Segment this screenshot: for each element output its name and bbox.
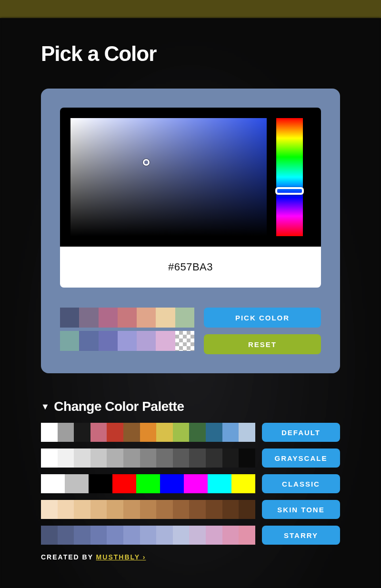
credit-footer: CREATED BY MUSTHBLY › [41, 553, 340, 561]
footer-prefix: CREATED BY [41, 553, 96, 561]
palette-color [156, 448, 173, 468]
picker-frame [60, 108, 321, 247]
palette-color [184, 474, 208, 493]
preset-swatch[interactable] [60, 308, 79, 328]
palette-color [123, 423, 140, 442]
palette-row: CLASSIC [41, 474, 340, 493]
palette-color [90, 423, 107, 442]
saturation-value-area[interactable] [70, 118, 267, 236]
palette-color [222, 526, 239, 545]
palette-color [136, 474, 160, 493]
palette-strip[interactable] [41, 526, 255, 545]
palette-color [123, 448, 140, 468]
preset-swatch[interactable] [156, 308, 175, 328]
palette-color [74, 448, 90, 468]
palette-color [222, 423, 239, 442]
palette-color [123, 500, 140, 519]
palette-select-button[interactable]: GRAYSCALE [262, 448, 340, 468]
window-titlebar [0, 0, 381, 18]
palette-color [89, 474, 112, 493]
pick-color-button[interactable]: PICK COLOR [204, 308, 321, 328]
palette-row: DEFAULT [41, 423, 340, 442]
palette-list: DEFAULTGRAYSCALECLASSICSKIN TONESTARRY [41, 423, 340, 545]
palette-color [90, 500, 107, 519]
transparent-swatch[interactable] [175, 331, 194, 351]
hue-slider[interactable] [276, 118, 303, 236]
palette-color [239, 448, 255, 468]
preset-swatch[interactable] [156, 331, 175, 351]
palette-color [90, 526, 107, 545]
reset-button[interactable]: RESET [204, 334, 321, 354]
palette-color [206, 526, 222, 545]
palette-select-button[interactable]: SKIN TONE [262, 500, 340, 519]
palette-color [58, 500, 74, 519]
palette-color [41, 474, 65, 493]
palette-color [156, 500, 173, 519]
palette-color [74, 500, 90, 519]
preset-swatch[interactable] [137, 308, 156, 328]
palette-color [222, 500, 239, 519]
palette-select-button[interactable]: CLASSIC [262, 474, 340, 493]
palette-color [90, 448, 107, 468]
palette-color [239, 526, 255, 545]
palette-strip[interactable] [41, 474, 255, 493]
palette-color [189, 423, 206, 442]
preset-swatches [60, 308, 194, 354]
palette-color [41, 526, 58, 545]
palette-color [74, 423, 90, 442]
palette-color [107, 526, 123, 545]
preset-swatch[interactable] [137, 331, 156, 351]
palette-strip[interactable] [41, 423, 255, 442]
chevron-down-icon: ▼ [41, 402, 49, 412]
palette-row: GRAYSCALE [41, 448, 340, 468]
sv-cursor[interactable] [143, 159, 150, 166]
palette-section-header[interactable]: ▼ Change Color Palette [41, 399, 340, 414]
picker-footer: PICK COLOR RESET [60, 308, 321, 354]
preset-swatch[interactable] [60, 331, 79, 351]
palette-color [222, 448, 239, 468]
palette-color [231, 474, 255, 493]
palette-select-button[interactable]: STARRY [262, 526, 340, 545]
section-title: Change Color Palette [54, 399, 184, 414]
preset-swatch[interactable] [99, 331, 118, 351]
palette-color [189, 500, 206, 519]
palette-color [58, 448, 74, 468]
palette-color [189, 448, 206, 468]
palette-color [173, 500, 190, 519]
palette-color [74, 526, 90, 545]
preset-swatch[interactable] [118, 308, 137, 328]
palette-color [107, 448, 123, 468]
palette-color [58, 423, 74, 442]
palette-color [156, 423, 173, 442]
palette-color [173, 448, 190, 468]
palette-row: SKIN TONE [41, 500, 340, 519]
modal-content: Pick a Color #657BA3 PICK COLOR RESET ▼ … [0, 18, 381, 561]
preset-swatch[interactable] [79, 308, 98, 328]
palette-strip[interactable] [41, 448, 255, 468]
palette-color [208, 474, 231, 493]
palette-color [123, 526, 140, 545]
palette-color [140, 423, 157, 442]
palette-color [160, 474, 184, 493]
palette-color [107, 423, 123, 442]
palette-select-button[interactable]: DEFAULT [262, 423, 340, 442]
hue-slider-handle[interactable] [275, 187, 304, 195]
preset-swatch[interactable] [99, 308, 118, 328]
author-link[interactable]: MUSTHBLY › [96, 553, 146, 561]
preset-swatch[interactable] [118, 331, 137, 351]
preset-swatch[interactable] [175, 308, 194, 328]
action-column: PICK COLOR RESET [204, 308, 321, 354]
color-picker-panel: #657BA3 PICK COLOR RESET [41, 89, 340, 373]
palette-color [41, 448, 58, 468]
palette-color [156, 526, 173, 545]
palette-color [41, 500, 58, 519]
palette-color [189, 526, 206, 545]
preset-swatch[interactable] [79, 331, 98, 351]
palette-color [206, 423, 222, 442]
palette-color [206, 500, 222, 519]
palette-color [140, 448, 157, 468]
palette-strip[interactable] [41, 500, 255, 519]
palette-color [65, 474, 89, 493]
modal-title: Pick a Color [41, 42, 340, 66]
hex-display[interactable]: #657BA3 [60, 247, 321, 288]
